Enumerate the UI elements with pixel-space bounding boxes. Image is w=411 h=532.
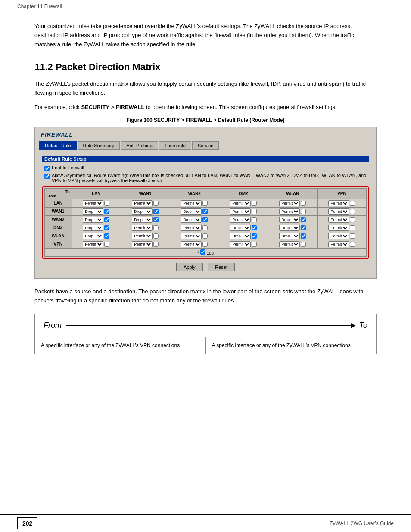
select-dmz-dmz[interactable]: DropPermit bbox=[230, 225, 251, 231]
tab-threshold[interactable]: Threshold bbox=[159, 141, 191, 150]
cb-vpn-wlan[interactable] bbox=[301, 242, 306, 247]
cb-lan-wlan[interactable] bbox=[301, 201, 306, 206]
select-wan1-wan1[interactable]: DropPermit bbox=[132, 208, 153, 215]
select-vpn-wan2[interactable]: PermitDrop bbox=[181, 241, 202, 247]
cb-wlan-wan2[interactable] bbox=[202, 233, 208, 239]
select-wan2-vpn[interactable]: PermitDrop bbox=[328, 217, 349, 223]
cb-lan-wan1[interactable] bbox=[153, 201, 159, 206]
to-label: To bbox=[359, 321, 367, 330]
tab-rule-summary[interactable]: Rule Summary bbox=[78, 141, 120, 150]
cell-wan1-vpn: PermitDrop bbox=[317, 207, 366, 215]
enable-firewall-checkbox[interactable] bbox=[44, 166, 50, 171]
cb-wlan-wan1[interactable] bbox=[153, 233, 159, 239]
cell-vpn-wan1: PermitDrop bbox=[121, 240, 170, 248]
select-wlan-lan[interactable]: DropPermit bbox=[83, 233, 103, 239]
cell-wlan-lan: DropPermit bbox=[72, 232, 121, 240]
cb-vpn-wan1[interactable] bbox=[153, 242, 159, 247]
cb-wan2-vpn[interactable] bbox=[350, 217, 355, 222]
row-header-wan2: WAN2 bbox=[45, 215, 72, 224]
cell-wan2-lan: DropPermit bbox=[72, 215, 121, 224]
cell-wan2-wan2: DropPermit bbox=[170, 215, 219, 224]
cb-vpn-lan[interactable] bbox=[104, 242, 109, 247]
select-wan2-dmz[interactable]: PermitDrop bbox=[230, 217, 251, 223]
select-wan1-vpn[interactable]: PermitDrop bbox=[328, 208, 349, 215]
select-wlan-vpn[interactable]: PermitDrop bbox=[328, 233, 349, 239]
cb-wan2-wlan[interactable] bbox=[301, 217, 306, 222]
cb-dmz-wlan[interactable] bbox=[301, 225, 306, 230]
cb-wlan-wlan[interactable] bbox=[301, 233, 306, 239]
cb-wlan-dmz[interactable] bbox=[252, 233, 257, 239]
select-lan-wan2[interactable]: PermitDrop bbox=[181, 200, 202, 206]
cell-vpn-wan2: PermitDrop bbox=[170, 240, 219, 248]
cell-dmz-dmz: DropPermit bbox=[219, 224, 268, 232]
select-dmz-lan[interactable]: DropPermit bbox=[83, 225, 103, 231]
cb-vpn-dmz[interactable] bbox=[252, 242, 257, 247]
cb-lan-lan[interactable] bbox=[104, 201, 109, 206]
cb-wan1-wlan[interactable] bbox=[301, 209, 306, 214]
section-heading: 11.2 Packet Direction Matrix bbox=[34, 62, 377, 73]
select-wlan-wlan[interactable]: DropPermit bbox=[279, 233, 300, 239]
reset-button[interactable]: Reset bbox=[208, 263, 235, 271]
cb-wan1-lan[interactable] bbox=[104, 209, 109, 214]
select-vpn-vpn[interactable]: PermitDrop bbox=[328, 241, 349, 247]
cb-wan2-wan2[interactable] bbox=[202, 217, 208, 222]
tab-service[interactable]: Service bbox=[192, 141, 219, 150]
cb-wan2-lan[interactable] bbox=[104, 217, 109, 222]
cb-wan2-dmz[interactable] bbox=[252, 217, 257, 222]
select-vpn-lan[interactable]: PermitDrop bbox=[83, 241, 103, 247]
tab-anti-probing[interactable]: Anti-Probing bbox=[121, 141, 158, 150]
cb-wan1-dmz[interactable] bbox=[252, 209, 257, 214]
cb-dmz-wan2[interactable] bbox=[202, 225, 208, 230]
select-dmz-vpn[interactable]: PermitDrop bbox=[328, 225, 349, 231]
cb-lan-wan2[interactable] bbox=[202, 201, 208, 206]
select-wan2-lan[interactable]: DropPermit bbox=[83, 217, 103, 223]
from-to-body: A specific interface or any of the ZyWAL… bbox=[35, 337, 376, 354]
page-header: Chapter 11 Firewall bbox=[0, 0, 411, 13]
cb-wlan-lan[interactable] bbox=[104, 233, 109, 239]
select-wan1-dmz[interactable]: PermitDrop bbox=[230, 208, 251, 215]
select-dmz-wan1[interactable]: PermitDrop bbox=[132, 225, 153, 231]
cb-vpn-vpn[interactable] bbox=[350, 242, 355, 247]
select-wlan-wan1[interactable]: PermitDrop bbox=[132, 233, 153, 239]
from-to-header: From To bbox=[35, 314, 376, 337]
select-lan-lan[interactable]: PermitDrop bbox=[83, 200, 103, 206]
cb-lan-vpn[interactable] bbox=[350, 201, 355, 206]
select-wan1-wlan[interactable]: PermitDrop bbox=[279, 208, 300, 215]
apply-button[interactable]: Apply bbox=[176, 263, 203, 271]
select-lan-wlan[interactable]: PermitDrop bbox=[279, 200, 300, 206]
select-wlan-dmz[interactable]: DropPermit bbox=[230, 233, 251, 239]
select-wan1-wan2[interactable]: DropPermit bbox=[181, 208, 202, 215]
log-checkbox[interactable] bbox=[200, 249, 206, 255]
select-wan2-wan2[interactable]: DropPermit bbox=[181, 217, 202, 223]
select-wan1-lan[interactable]: DropPermit bbox=[83, 208, 103, 215]
select-wan2-wlan[interactable]: DropPermit bbox=[279, 217, 300, 223]
cell-wan2-dmz: PermitDrop bbox=[219, 215, 268, 224]
cb-dmz-vpn[interactable] bbox=[350, 225, 355, 230]
cb-vpn-wan2[interactable] bbox=[202, 242, 208, 247]
cb-wan2-wan1[interactable] bbox=[153, 217, 159, 222]
allow-asymmetrical-label: Allow Asymmetrical Route (Warning: When … bbox=[52, 173, 369, 183]
cb-wan1-wan1[interactable] bbox=[153, 209, 159, 214]
tab-default-rule[interactable]: Default Rule bbox=[39, 141, 77, 150]
select-lan-vpn[interactable]: PermitDrop bbox=[328, 200, 349, 206]
select-vpn-dmz[interactable]: PermitDrop bbox=[230, 241, 251, 247]
cb-dmz-lan[interactable] bbox=[104, 225, 109, 230]
cb-dmz-wan1[interactable] bbox=[153, 225, 159, 230]
select-dmz-wlan[interactable]: DropPermit bbox=[279, 225, 300, 231]
allow-asymmetrical-checkbox[interactable] bbox=[44, 174, 50, 179]
cb-wan1-vpn[interactable] bbox=[350, 209, 355, 214]
cb-wlan-vpn[interactable] bbox=[350, 233, 355, 239]
select-lan-dmz[interactable]: PermitDrop bbox=[230, 200, 251, 206]
cb-dmz-dmz[interactable] bbox=[252, 225, 257, 230]
cb-lan-dmz[interactable] bbox=[252, 201, 257, 206]
intro-paragraph: Your customized rules take precedence an… bbox=[34, 22, 377, 49]
cb-wan1-wan2[interactable] bbox=[202, 209, 208, 214]
select-wlan-wan2[interactable]: PermitDrop bbox=[181, 233, 202, 239]
select-dmz-wan2[interactable]: PermitDrop bbox=[181, 225, 202, 231]
select-vpn-wan1[interactable]: PermitDrop bbox=[132, 241, 153, 247]
fw-section-title: Default Rule Setup bbox=[42, 156, 369, 162]
select-wan2-wan1[interactable]: DropPermit bbox=[132, 217, 153, 223]
select-vpn-wlan[interactable]: PermitDrop bbox=[279, 241, 300, 247]
cell-lan-dmz: PermitDrop bbox=[219, 199, 268, 207]
select-lan-wan1[interactable]: PermitDrop bbox=[132, 200, 153, 206]
